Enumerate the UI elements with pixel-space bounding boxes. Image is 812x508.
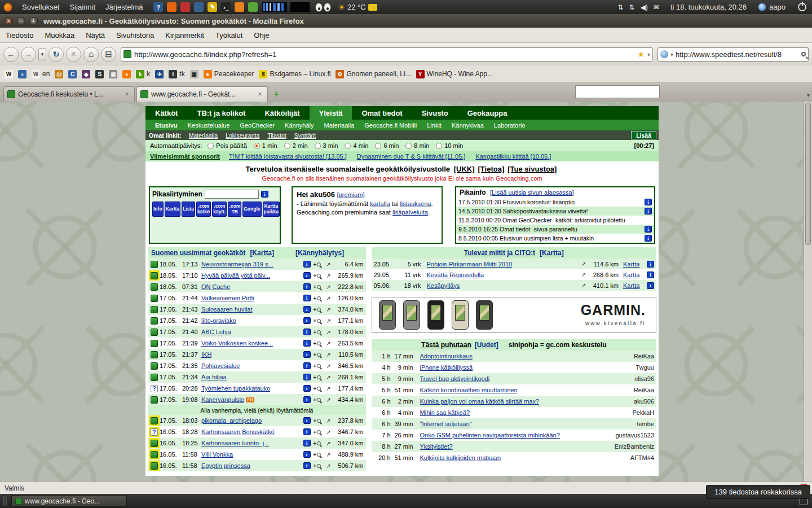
url-dropdown-icon[interactable]: ▾ [647, 51, 650, 58]
cache-name-link[interactable]: IKH [201, 351, 211, 358]
cache-name-link[interactable]: pikomala_archipelago [201, 417, 262, 424]
weather-applet[interactable]: ☀ 22 °C [338, 3, 377, 12]
cache-info-button[interactable] [303, 329, 311, 335]
bookmark-item[interactable]: S [95, 70, 104, 78]
cache-name-link[interactable]: Voiko Voikosken koskee... [201, 340, 273, 347]
cache-name-link[interactable]: Egyptin prinsessa [201, 462, 250, 469]
news-info-button[interactable] [645, 226, 652, 233]
radio-icon[interactable] [436, 143, 442, 149]
bookmark-item[interactable]: W en [32, 70, 50, 78]
meet-map-link[interactable]: Kartta [623, 271, 647, 278]
radio-icon[interactable] [405, 143, 412, 149]
vertical-scrollbar[interactable] [804, 102, 812, 481]
search-bar[interactable]: ▾ [657, 47, 809, 62]
task-window-button[interactable]: www.geocache.fi - Geo... [11, 495, 127, 507]
cache-info-button[interactable] [303, 306, 311, 313]
launcher-icon[interactable] [248, 2, 258, 12]
autoupdate-radio[interactable]: 1 min [254, 142, 277, 149]
search-engine-icon[interactable] [660, 50, 668, 58]
meet-name-link[interactable]: Kesäpylläys [427, 282, 460, 289]
maximize-window-button[interactable]: + [29, 17, 38, 25]
watch-add-icon[interactable] [311, 295, 324, 301]
watch-add-icon[interactable] [311, 352, 324, 358]
meet-info-button[interactable] [647, 261, 654, 268]
main-nav-item[interactable]: Yleistä [310, 106, 352, 120]
forum-topic-link[interactable]: Mihin saa kätkeä? [420, 409, 470, 416]
tab-geocache-front[interactable]: www.geocache.fi - Geokät... × [136, 86, 268, 102]
reload-button[interactable] [48, 47, 64, 62]
forum-topic-link[interactable]: Onko GSM puhelinten navigaattoreista mih… [420, 432, 560, 439]
watch-add-icon[interactable] [311, 463, 324, 469]
sponsor-link[interactable]: Dynaaminen duo T & S kiittävät [11.05.] [357, 153, 466, 160]
watch-add-icon[interactable] [311, 340, 324, 347]
launcher-icon[interactable]: ›_ [221, 2, 231, 12]
menu-item[interactable]: Tiedosto [0, 28, 39, 42]
main-nav-item[interactable]: Kätköt [145, 106, 187, 120]
tray-icon[interactable]: ◀) [641, 3, 648, 11]
history-dropdown[interactable]: ▾ [38, 48, 46, 60]
phone-alert-link[interactable]: [Kännyhälytys] [295, 249, 344, 257]
watch-add-icon[interactable] [311, 386, 324, 392]
cache-info-button[interactable] [303, 272, 311, 279]
cache-info-button[interactable] [303, 261, 311, 268]
forum-topic-link[interactable]: Adoptointinurkkaus [420, 353, 473, 360]
meet-map-link[interactable]: Kartta [623, 261, 647, 268]
close-window-button[interactable]: × [5, 17, 13, 25]
cache-info-button[interactable] [303, 283, 311, 290]
meets-title-link[interactable]: Tulevat miitit ja CITO:t [464, 249, 535, 257]
forum-title[interactable]: Tästä puhutaan [421, 341, 471, 349]
bookmark-item[interactable]: ● [122, 70, 131, 78]
bookmark-item[interactable]: W [5, 70, 13, 78]
news-info-button[interactable] [645, 235, 652, 242]
bookmark-item[interactable]: C [68, 70, 77, 78]
map-link[interactable]: kartalla [370, 200, 390, 207]
bookmark-item[interactable]: t tk [169, 70, 184, 78]
cache-info-button[interactable] [303, 351, 311, 358]
own-link[interactable]: Materiaalia [185, 132, 222, 139]
print-button[interactable] [101, 47, 116, 62]
cache-info-button[interactable] [303, 317, 311, 324]
cache-info-button[interactable] [303, 340, 311, 347]
cache-info-button[interactable] [303, 374, 311, 380]
more-links-button[interactable]: Lisää [631, 131, 656, 139]
radio-icon[interactable] [375, 143, 381, 149]
tray-icon[interactable]: ⇅ [618, 3, 624, 11]
sub-nav-item[interactable]: Kännyhäly [280, 122, 319, 129]
forum-topic-link[interactable]: Yksityistiet? [420, 443, 453, 450]
launcher-icon[interactable]: ✎ [208, 2, 217, 12]
tab-close-icon[interactable]: × [256, 90, 264, 98]
cache-info-button[interactable] [303, 417, 311, 424]
cache-name-link[interactable]: Valkeaniemen Pirtti [201, 295, 254, 301]
power-button[interactable] [798, 3, 806, 11]
cache-name-link[interactable]: Karhonsaaren Bonuskätkö [201, 428, 275, 435]
watch-add-icon[interactable] [311, 440, 324, 446]
radio-icon[interactable] [345, 143, 351, 149]
url-bar[interactable]: ★ ▾ [121, 47, 653, 62]
sub-nav-item[interactable]: Keskustelualue [183, 122, 235, 129]
bookmark-item[interactable]: ● Peacekeeper [204, 70, 254, 78]
welcome-link[interactable]: [UKK] [454, 165, 475, 173]
watch-add-icon[interactable] [311, 452, 324, 458]
autoupdate-radio[interactable]: 10 min [436, 142, 463, 149]
tray-icon[interactable]: ✉ [654, 3, 659, 11]
forum-topic-link[interactable]: iPhone kätköillyssä [420, 364, 473, 371]
watch-add-icon[interactable] [311, 418, 324, 424]
more-news-link[interactable]: [Lisää uutisia sivun alaosassa] [490, 189, 574, 196]
cache-name-link[interactable]: Neuvostoarmeijan 319 s... [201, 261, 273, 268]
meets-map-link[interactable]: [Kartta] [540, 249, 564, 257]
own-link[interactable]: Lokiseuranta [222, 132, 263, 139]
quickjump-button[interactable]: .com TB [228, 202, 241, 217]
watch-add-icon[interactable] [311, 363, 324, 369]
radio-icon[interactable] [315, 143, 321, 149]
page-top-input[interactable] [575, 85, 660, 98]
meet-name-link[interactable]: Kevättä Repovedellä [427, 271, 484, 278]
tab-geocache-forum[interactable]: Geocache.fi keskustelu • L... × [3, 86, 135, 102]
cache-info-button[interactable] [303, 440, 311, 446]
sub-nav-item[interactable]: GeoChecker [235, 122, 280, 129]
menu-item[interactable]: Näytä [80, 28, 111, 42]
autoupdate-radio[interactable]: 3 min [315, 142, 338, 149]
own-link[interactable]: Tilastot [263, 132, 290, 139]
bookmark-item[interactable]: @ [55, 70, 63, 78]
search-input[interactable] [676, 50, 799, 59]
tray-icon[interactable]: ⇅ [629, 3, 635, 11]
